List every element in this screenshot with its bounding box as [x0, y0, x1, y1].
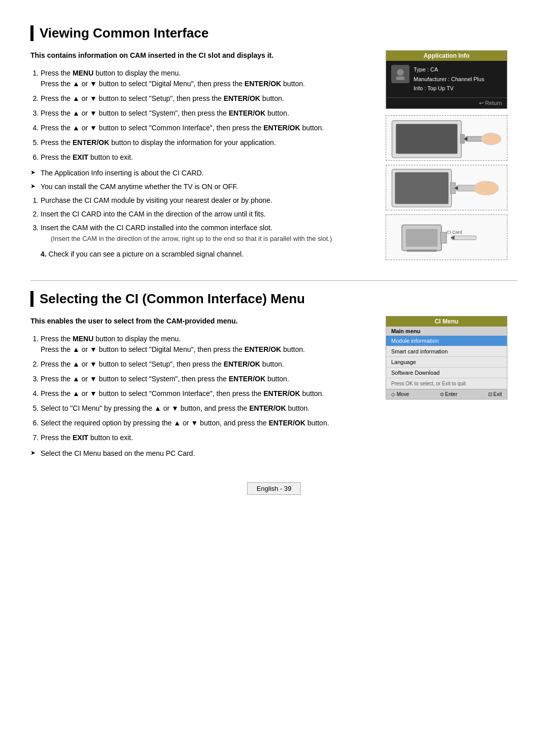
- svg-rect-4: [460, 134, 464, 143]
- section1-step1: Press the MENU button to display the men…: [41, 68, 370, 89]
- section1-step5: Press the ENTER/OK button to display the…: [41, 137, 370, 148]
- app-info-info: Info : Top Up TV: [414, 84, 484, 93]
- svg-rect-5: [465, 136, 483, 141]
- section1-steps: Press the MENU button to display the men…: [30, 68, 370, 163]
- section1-step4b: 4. Check if you can see a picture on a s…: [30, 249, 370, 260]
- app-info-footer: ↩ Return: [386, 97, 507, 109]
- section2-intro: This enables the user to select from the…: [30, 316, 370, 327]
- diagram-svg-1: [386, 116, 507, 160]
- section1: Viewing Common Interface This contains i…: [30, 25, 518, 260]
- section2-step3: Press the ▲ or ▼ button to select "Syste…: [41, 374, 370, 384]
- section2-note1: Select the CI Menu based on the menu PC …: [30, 448, 370, 459]
- section1-substep1: Purchase the CI CAM module by visiting y…: [41, 195, 370, 206]
- section2-step1: Press the MENU button to display the men…: [41, 334, 370, 355]
- section1-step6: Press the EXIT button to exit.: [41, 152, 370, 163]
- diagram-svg-2: [386, 165, 507, 210]
- app-info-box: Application Info Type : CA Manufacturer …: [386, 50, 507, 109]
- ci-menu-item-3: Language: [386, 357, 507, 368]
- section2-step5: Select to "CI Menu" by pressing the ▲ or…: [41, 403, 370, 414]
- ci-menu-exit: ⊡ Exit: [488, 391, 502, 397]
- ci-menu-item-4: Software Download: [386, 368, 507, 378]
- cam-icon: [393, 66, 408, 82]
- svg-rect-22: [486, 185, 490, 192]
- section2-step7: Press the EXIT button to exit.: [41, 433, 370, 443]
- section2-title: Selecting the CI (Common Interface) Menu: [30, 291, 518, 307]
- app-info-details: Type : CA Manufacturer : Channel Plus In…: [414, 65, 484, 93]
- ci-menu-item-2: Smart card information: [386, 346, 507, 357]
- svg-rect-25: [407, 250, 437, 252]
- app-info-manufacturer: Manufacturer : Channel Plus: [414, 75, 484, 84]
- section2-step2: Press the ▲ or ▼ button to select "Setup…: [41, 359, 370, 370]
- return-label: ↩ Return: [479, 100, 502, 106]
- section1-note2: You can install the CAM anytime whether …: [30, 182, 370, 192]
- section1-notes: The Application Info inserting is about …: [30, 168, 370, 192]
- app-info-header: Application Info: [386, 51, 507, 61]
- app-info-icon: [391, 65, 409, 83]
- section1-step4: Press the ▲ or ▼ button to select "Commo…: [41, 123, 370, 133]
- app-info-body: Type : CA Manufacturer : Channel Plus In…: [386, 61, 507, 97]
- svg-rect-26: [440, 232, 447, 243]
- svg-point-0: [397, 69, 403, 76]
- section1-title: Viewing Common Interface: [30, 25, 518, 41]
- section-divider: [30, 280, 518, 281]
- svg-rect-13: [395, 172, 449, 204]
- svg-rect-3: [396, 124, 457, 154]
- svg-rect-19: [475, 184, 480, 192]
- svg-rect-24: [406, 229, 438, 246]
- svg-rect-21: [483, 184, 486, 192]
- ci-menu-section-label: Main menu: [386, 327, 507, 336]
- footer-badge: English - 39: [247, 482, 301, 495]
- ci-menu-move: ◇ Move: [391, 391, 409, 397]
- section1-content: This contains information on CAM inserte…: [30, 50, 370, 260]
- svg-text:CI Card: CI Card: [447, 230, 462, 235]
- ci-menu-box: CI Menu Main menu Module information Sma…: [386, 316, 507, 400]
- svg-rect-9: [486, 135, 490, 142]
- ci-menu-footer: ◇ Move ⊙ Enter ⊡ Exit: [386, 389, 507, 399]
- section2: Selecting the CI (Common Interface) Menu…: [30, 291, 518, 462]
- page-footer: English - 39: [30, 482, 518, 495]
- section1-substeps: Purchase the CI CAM module by visiting y…: [30, 195, 370, 244]
- svg-rect-11: [493, 136, 496, 142]
- section2-notes: Select the CI Menu based on the menu PC …: [30, 448, 370, 459]
- section1-step3: Press the ▲ or ▼ button to select "Syste…: [41, 108, 370, 119]
- section1-intro: This contains information on CAM inserte…: [30, 50, 370, 61]
- ci-menu-enter: ⊙ Enter: [440, 391, 458, 397]
- svg-rect-10: [490, 135, 493, 142]
- section1-substep3: Insert the CAM with the CI CARD installe…: [41, 223, 370, 244]
- section2-content: This enables the user to select from the…: [30, 316, 370, 462]
- ci-menu-header: CI Menu: [386, 316, 507, 327]
- svg-rect-1: [396, 77, 405, 80]
- section2-images: CI Menu Main menu Module information Sma…: [386, 316, 518, 462]
- section2-step6: Select the required option by pressing t…: [41, 418, 370, 428]
- diagram-box-2: [386, 165, 507, 210]
- diagram-box-3: CI Card: [386, 214, 507, 260]
- section1-note1: The Application Info inserting is about …: [30, 168, 370, 178]
- ci-menu-note: Press OK to select, or Exit to quit: [386, 378, 507, 389]
- ci-menu-item-1: Module information: [386, 336, 507, 346]
- svg-rect-20: [480, 184, 483, 192]
- svg-rect-27: [452, 236, 476, 240]
- section1-substep2: Insert the CI CARD into the CAM in the d…: [41, 209, 370, 220]
- section2-step4: Press the ▲ or ▼ button to select "Commo…: [41, 388, 370, 399]
- diagram-box-1: [386, 115, 507, 161]
- section1-images: Application Info Type : CA Manufacturer …: [386, 50, 518, 260]
- section2-steps: Press the MENU button to display the men…: [30, 334, 370, 443]
- svg-rect-8: [482, 135, 486, 142]
- app-info-type: Type : CA: [414, 65, 484, 75]
- diagram-area: CI Card: [386, 115, 518, 260]
- section1-step2: Press the ▲ or ▼ button to select "Setup…: [41, 93, 370, 104]
- diagram-svg-3: CI Card: [386, 215, 507, 260]
